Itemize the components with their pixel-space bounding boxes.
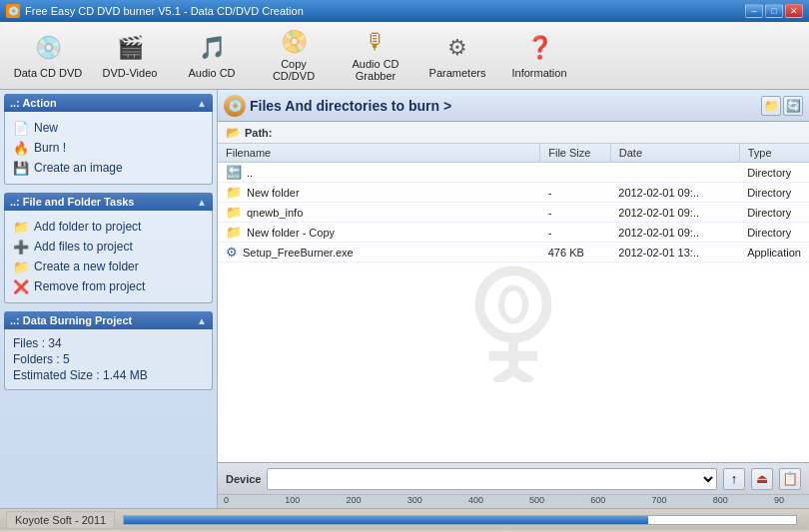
device-select[interactable] — [267, 468, 717, 490]
file-folder-header-label: ..: File and Folder Tasks — [10, 196, 135, 208]
file-name-cell: ⚙ Setup_FreeBurner.exe — [218, 243, 540, 263]
progress-number-5: 500 — [529, 495, 544, 505]
toolbar-icon-copy-cd-dvd: 📀 — [278, 29, 310, 55]
sidebar-item-create-folder[interactable]: 📁 Create a new folder — [9, 257, 208, 276]
action-collapse-icon[interactable]: ▲ — [197, 98, 207, 109]
progress-number-3: 300 — [407, 495, 422, 505]
sidebar-item-add-folder[interactable]: 📁 Add folder to project — [9, 217, 208, 237]
file-type-cell: Directory — [739, 183, 809, 203]
file-folder-header: ..: File and Folder Tasks ▲ — [4, 193, 213, 211]
sidebar-item-burn[interactable]: 🔥 Burn ! — [9, 138, 208, 158]
file-type-cell: Directory — [739, 163, 809, 183]
toolbar-icon-parameters: ⚙ — [441, 32, 473, 64]
sidebar-item-create-image[interactable]: 💾 Create an image — [9, 158, 208, 178]
file-size-cell: - — [540, 223, 611, 243]
status-text-panel: Koyote Soft - 2011 — [6, 511, 115, 529]
estimated-size: Estimated Size : 1.44 MB — [13, 367, 204, 383]
close-button[interactable]: ✕ — [785, 4, 803, 18]
path-bar: 📂 Path: — [218, 122, 809, 144]
toolbar-icon-audio-grabber: 🎙 — [360, 29, 392, 55]
maximize-button[interactable]: □ — [765, 4, 783, 18]
sidebar-item-remove[interactable]: ❌ Remove from project — [9, 276, 208, 296]
device-info-button[interactable]: 📋 — [779, 468, 801, 490]
file-name-cell: 🔙 .. — [218, 163, 540, 183]
svg-point-1 — [501, 287, 525, 321]
table-row[interactable]: 📁 New folder - Copy - 2012-02-01 09:.. D… — [218, 223, 809, 243]
nav-folder-icon[interactable]: 📁 — [761, 96, 781, 116]
window-title: Free Easy CD DVD burner V5.1 - Data CD/D… — [25, 5, 745, 17]
add-folder-icon: 📁 — [13, 219, 29, 235]
toolbar-label-information: Information — [511, 67, 566, 79]
toolbar-btn-dvd-video[interactable]: 🎬 DVD-Video — [90, 26, 170, 86]
progress-number-1: 100 — [285, 495, 300, 505]
data-burning-collapse-icon[interactable]: ▲ — [197, 315, 207, 326]
toolbar-btn-audio-cd[interactable]: 🎵 Audio CD — [172, 26, 252, 86]
toolbar-label-copy-cd-dvd: Copy CD/DVD — [259, 58, 329, 82]
data-burning-section: ..: Data Burning Project ▲ Files : 34 Fo… — [4, 311, 213, 390]
progress-number-0: 0 — [224, 495, 229, 505]
file-name-cell: 📁 New folder - Copy — [218, 223, 540, 243]
toolbar-btn-data-cd-dvd[interactable]: 💿 Data CD DVD — [8, 26, 88, 86]
file-size-cell: - — [540, 203, 611, 223]
file-name: New folder — [247, 187, 300, 199]
progress-number-8: 800 — [713, 495, 728, 505]
toolbar-icon-audio-cd: 🎵 — [196, 32, 228, 64]
file-name: Setup_FreeBurner.exe — [243, 247, 354, 259]
toolbar-btn-parameters[interactable]: ⚙ Parameters — [417, 26, 497, 86]
toolbar-btn-copy-cd-dvd[interactable]: 📀 Copy CD/DVD — [254, 26, 334, 86]
toolbar: 💿 Data CD DVD 🎬 DVD-Video 🎵 Audio CD 📀 C… — [0, 22, 809, 90]
file-folder-collapse-icon[interactable]: ▲ — [197, 197, 207, 208]
file-size-cell: - — [540, 183, 611, 203]
window-controls: – □ ✕ — [745, 4, 803, 18]
toolbar-label-parameters: Parameters — [429, 67, 486, 79]
toolbar-label-audio-grabber: Audio CD Grabber — [341, 58, 410, 82]
file-folder-section: ..: File and Folder Tasks ▲ 📁 Add folder… — [4, 193, 213, 303]
path-label: Path: — [245, 127, 273, 139]
action-section: ..: Action ▲ 📄 New 🔥 Burn ! 💾 Create an … — [4, 94, 213, 185]
svg-line-4 — [495, 370, 513, 382]
col-filesize: File Size — [540, 144, 611, 163]
progress-number-4: 400 — [468, 495, 483, 505]
main-area: ..: Action ▲ 📄 New 🔥 Burn ! 💾 Create an … — [0, 90, 809, 508]
remove-label: Remove from project — [34, 279, 145, 293]
table-row[interactable]: 📁 New folder - 2012-02-01 09:.. Director… — [218, 183, 809, 203]
file-type-cell: Directory — [739, 203, 809, 223]
table-row[interactable]: ⚙ Setup_FreeBurner.exe 476 KB 2012-02-01… — [218, 243, 809, 263]
sidebar: ..: Action ▲ 📄 New 🔥 Burn ! 💾 Create an … — [0, 90, 218, 508]
toolbar-btn-information[interactable]: ❓ Information — [499, 26, 579, 86]
toolbar-label-data-cd-dvd: Data CD DVD — [14, 67, 82, 79]
table-row[interactable]: 🔙 .. Directory — [218, 163, 809, 183]
file-size-cell — [540, 163, 611, 183]
device-prev-button[interactable]: ↑ — [723, 468, 745, 490]
remove-icon: ❌ — [13, 278, 29, 294]
svg-point-0 — [479, 270, 546, 337]
files-count: Files : 34 — [13, 335, 204, 351]
files-table: Filename File Size Date Type 🔙 .. Direct… — [218, 144, 809, 263]
status-text: Koyote Soft - 2011 — [15, 514, 106, 526]
file-icon: 🔙 — [226, 165, 242, 180]
data-burning-header: ..: Data Burning Project ▲ — [4, 311, 213, 329]
watermark — [218, 263, 809, 382]
path-folder-icon: 📂 — [226, 126, 241, 140]
files-table-body: 🔙 .. Directory 📁 New folder - 2012-02-01… — [218, 163, 809, 263]
nav-refresh-icon[interactable]: 🔄 — [783, 96, 803, 116]
sidebar-item-add-files[interactable]: ➕ Add files to project — [9, 237, 208, 257]
toolbar-btn-audio-grabber[interactable]: 🎙 Audio CD Grabber — [336, 26, 415, 86]
progress-track — [123, 515, 797, 525]
table-row[interactable]: 📁 qnewb_info - 2012-02-01 09:.. Director… — [218, 203, 809, 223]
device-bar: Device ↑ ⏏ 📋 — [218, 462, 809, 494]
folders-count: Folders : 5 — [13, 351, 204, 367]
new-label: New — [34, 121, 58, 135]
file-type-cell: Application — [739, 243, 809, 263]
sidebar-item-new[interactable]: 📄 New — [9, 118, 208, 138]
files-nav-buttons: 📁 🔄 — [761, 96, 803, 116]
file-type-cell: Directory — [739, 223, 809, 243]
file-date-cell: 2012-02-01 09:.. — [610, 183, 739, 203]
minimize-button[interactable]: – — [745, 4, 763, 18]
progress-number-2: 200 — [346, 495, 361, 505]
device-eject-button[interactable]: ⏏ — [751, 468, 773, 490]
action-header-label: ..: Action — [10, 97, 57, 109]
file-date-cell: 2012-02-01 13:.. — [610, 243, 739, 263]
file-folder-body: 📁 Add folder to project ➕ Add files to p… — [4, 211, 213, 303]
progress-numbers: 010020030040050060070080090 — [218, 494, 809, 508]
